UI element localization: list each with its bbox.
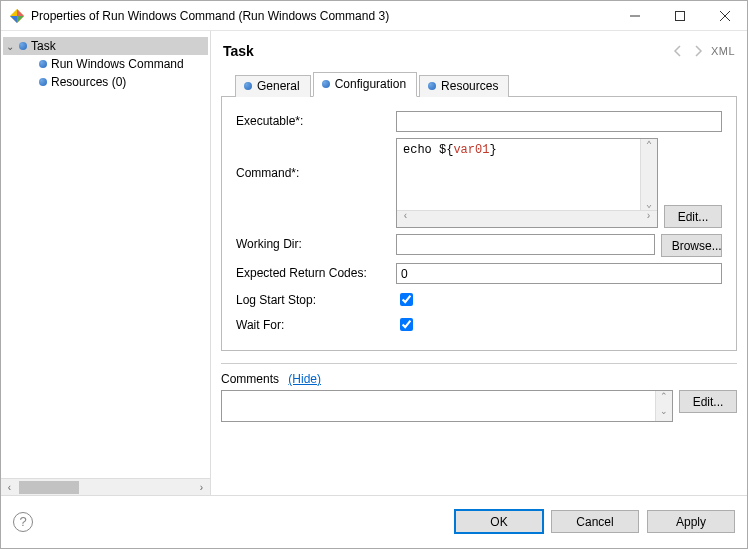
help-icon[interactable]: ? [13, 512, 33, 532]
footer: ? OK Cancel Apply [1, 495, 747, 547]
command-text-var: var01 [453, 143, 489, 157]
logstartstop-checkbox[interactable] [400, 293, 413, 306]
maximize-button[interactable] [657, 1, 702, 31]
tab-label: Configuration [335, 77, 406, 91]
comments-label: Comments [221, 372, 279, 386]
right-pane: Task XML General Configuration Resources [211, 31, 747, 495]
logstartstop-label: Log Start Stop: [236, 290, 396, 307]
workingdir-input[interactable] [396, 234, 655, 255]
bullet-icon [19, 42, 27, 50]
tree-node-runwincmd[interactable]: Run Windows Command [3, 55, 208, 73]
tree-h-scrollbar[interactable]: ‹ › [1, 478, 210, 495]
tab-configuration[interactable]: Configuration [313, 72, 417, 97]
executable-input[interactable] [396, 111, 722, 132]
command-text-open: ${ [439, 143, 453, 157]
divider [221, 363, 737, 364]
titlebar: Properties of Run Windows Command (Run W… [1, 1, 747, 31]
scroll-right-icon[interactable]: › [193, 482, 210, 493]
tree-pane: ⌄ Task Run Windows Command Resources (0)… [1, 31, 211, 495]
browse-button[interactable]: Browse... [661, 234, 722, 257]
window-title: Properties of Run Windows Command (Run W… [31, 9, 612, 23]
returncodes-label: Expected Return Codes: [236, 263, 396, 280]
command-label: Command*: [236, 138, 396, 228]
task-header: Task XML [221, 39, 737, 71]
bullet-icon [428, 82, 436, 90]
apply-button[interactable]: Apply [647, 510, 735, 533]
tree-node-task[interactable]: ⌄ Task [3, 37, 208, 55]
tree-node-resources[interactable]: Resources (0) [3, 73, 208, 91]
scroll-left-icon[interactable]: ‹ [1, 482, 18, 493]
nav-back-icon[interactable] [671, 44, 685, 58]
tab-label: General [257, 79, 300, 93]
waitfor-label: Wait For: [236, 315, 396, 332]
tab-resources[interactable]: Resources [419, 75, 509, 97]
collapse-icon[interactable]: ⌄ [5, 41, 15, 52]
comments-edit-button[interactable]: Edit... [679, 390, 737, 413]
tree[interactable]: ⌄ Task Run Windows Command Resources (0) [1, 31, 210, 478]
ok-button[interactable]: OK [455, 510, 543, 533]
tree-node-label: Task [31, 39, 56, 53]
tab-label: Resources [441, 79, 498, 93]
workingdir-label: Working Dir: [236, 234, 396, 251]
tab-body: Executable*: Command*: echo ${var01} ⌃⌄ … [221, 97, 737, 351]
app-icon [9, 8, 25, 24]
returncodes-input[interactable] [396, 263, 722, 284]
minimize-button[interactable] [612, 1, 657, 31]
svg-rect-1 [675, 11, 684, 20]
comments-spinner[interactable]: ⌃⌄ [655, 391, 672, 421]
bullet-icon [244, 82, 252, 90]
bullet-icon [322, 80, 330, 88]
cancel-button[interactable]: Cancel [551, 510, 639, 533]
tab-bar: General Configuration Resources [221, 71, 737, 97]
tree-node-label: Run Windows Command [51, 57, 184, 71]
bullet-icon [39, 60, 47, 68]
nav-fwd-icon[interactable] [691, 44, 705, 58]
command-text-close: } [489, 143, 496, 157]
task-heading: Task [223, 43, 665, 59]
command-text-echo: echo [403, 143, 439, 157]
comments-textarea[interactable]: ⌃⌄ [221, 390, 673, 422]
comments-header: Comments (Hide) [221, 372, 737, 386]
xml-button[interactable]: XML [711, 45, 735, 57]
command-v-scrollbar[interactable]: ⌃⌄ [640, 139, 657, 210]
command-h-scrollbar[interactable]: ‹› [397, 210, 657, 227]
tab-general[interactable]: General [235, 75, 311, 97]
bullet-icon [39, 78, 47, 86]
waitfor-checkbox[interactable] [400, 318, 413, 331]
scroll-thumb[interactable] [19, 481, 79, 494]
executable-label: Executable*: [236, 111, 396, 128]
command-textarea[interactable]: echo ${var01} ⌃⌄ ‹› [396, 138, 658, 228]
close-button[interactable] [702, 1, 747, 31]
comments-hide-link[interactable]: (Hide) [288, 372, 321, 386]
command-edit-button[interactable]: Edit... [664, 205, 722, 228]
tree-node-label: Resources (0) [51, 75, 126, 89]
